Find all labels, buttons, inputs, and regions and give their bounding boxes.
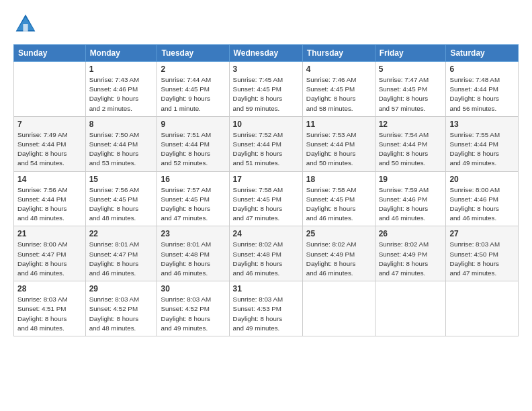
day-number: 22: [89, 229, 154, 238]
calendar-cell: 23Sunrise: 8:01 AM Sunset: 4:48 PM Dayli…: [157, 226, 229, 281]
day-info: Sunrise: 7:43 AM Sunset: 4:46 PM Dayligh…: [89, 75, 154, 113]
day-info: Sunrise: 7:48 AM Sunset: 4:44 PM Dayligh…: [449, 75, 515, 113]
calendar-cell: 13Sunrise: 7:55 AM Sunset: 4:44 PM Dayli…: [446, 116, 519, 171]
calendar-cell: 11Sunrise: 7:53 AM Sunset: 4:44 PM Dayli…: [302, 116, 375, 171]
logo-icon: [13, 12, 38, 36]
calendar-week-row-3: 14Sunrise: 7:56 AM Sunset: 4:44 PM Dayli…: [14, 171, 519, 226]
day-info: Sunrise: 7:57 AM Sunset: 4:45 PM Dayligh…: [161, 185, 225, 224]
calendar-cell: 30Sunrise: 8:03 AM Sunset: 4:52 PM Dayli…: [157, 281, 229, 336]
day-number: 11: [306, 120, 371, 129]
calendar-cell: 14Sunrise: 7:56 AM Sunset: 4:44 PM Dayli…: [14, 171, 86, 226]
day-number: 4: [306, 64, 371, 74]
calendar-cell: 21Sunrise: 8:00 AM Sunset: 4:47 PM Dayli…: [14, 226, 86, 281]
day-info: Sunrise: 8:02 AM Sunset: 4:49 PM Dayligh…: [379, 240, 443, 278]
day-number: 17: [233, 175, 299, 184]
day-info: Sunrise: 8:02 AM Sunset: 4:48 PM Dayligh…: [233, 240, 299, 278]
calendar-header-saturday: Saturday: [446, 45, 519, 62]
calendar-cell: 24Sunrise: 8:02 AM Sunset: 4:48 PM Dayli…: [229, 226, 302, 281]
day-info: Sunrise: 7:50 AM Sunset: 4:44 PM Dayligh…: [89, 130, 154, 169]
calendar-week-row-1: 1Sunrise: 7:43 AM Sunset: 4:46 PM Daylig…: [14, 62, 519, 117]
calendar-cell: 27Sunrise: 8:03 AM Sunset: 4:50 PM Dayli…: [446, 226, 519, 281]
day-info: Sunrise: 8:03 AM Sunset: 4:52 PM Dayligh…: [161, 295, 225, 333]
day-info: Sunrise: 8:00 AM Sunset: 4:47 PM Dayligh…: [17, 240, 82, 278]
day-number: 12: [379, 120, 443, 129]
calendar-cell: 19Sunrise: 7:59 AM Sunset: 4:46 PM Dayli…: [375, 171, 446, 226]
day-number: 10: [233, 120, 299, 129]
day-info: Sunrise: 7:56 AM Sunset: 4:44 PM Dayligh…: [17, 185, 82, 224]
day-number: 1: [89, 64, 154, 74]
calendar-cell: 26Sunrise: 8:02 AM Sunset: 4:49 PM Dayli…: [375, 226, 446, 281]
day-info: Sunrise: 7:52 AM Sunset: 4:44 PM Dayligh…: [233, 130, 299, 169]
calendar-cell: 9Sunrise: 7:51 AM Sunset: 4:44 PM Daylig…: [157, 116, 229, 171]
calendar-cell: 18Sunrise: 7:58 AM Sunset: 4:45 PM Dayli…: [302, 171, 375, 226]
day-info: Sunrise: 7:47 AM Sunset: 4:45 PM Dayligh…: [379, 75, 443, 113]
day-info: Sunrise: 7:53 AM Sunset: 4:44 PM Dayligh…: [306, 130, 371, 169]
day-number: 25: [306, 229, 371, 238]
calendar-week-row-2: 7Sunrise: 7:49 AM Sunset: 4:44 PM Daylig…: [14, 116, 519, 171]
day-number: 31: [233, 284, 299, 293]
day-number: 29: [89, 284, 154, 293]
day-number: 8: [89, 120, 154, 129]
day-number: 24: [233, 229, 299, 238]
calendar-header-sunday: Sunday: [14, 45, 86, 62]
day-number: 16: [161, 175, 225, 184]
day-info: Sunrise: 7:54 AM Sunset: 4:44 PM Dayligh…: [379, 130, 443, 169]
svg-rect-2: [23, 24, 28, 32]
calendar-cell: 2Sunrise: 7:44 AM Sunset: 4:45 PM Daylig…: [157, 62, 229, 117]
day-info: Sunrise: 7:58 AM Sunset: 4:45 PM Dayligh…: [233, 185, 299, 224]
day-info: Sunrise: 8:03 AM Sunset: 4:53 PM Dayligh…: [233, 295, 299, 333]
calendar-header-thursday: Thursday: [302, 45, 375, 62]
calendar-cell: 5Sunrise: 7:47 AM Sunset: 4:45 PM Daylig…: [375, 62, 446, 117]
day-info: Sunrise: 7:45 AM Sunset: 4:45 PM Dayligh…: [233, 75, 299, 113]
calendar-cell: 22Sunrise: 8:01 AM Sunset: 4:47 PM Dayli…: [85, 226, 157, 281]
day-info: Sunrise: 8:03 AM Sunset: 4:50 PM Dayligh…: [449, 240, 515, 278]
logo: [13, 12, 39, 36]
day-number: 30: [161, 284, 225, 293]
day-number: 13: [449, 120, 515, 129]
day-number: 21: [17, 229, 82, 238]
page: SundayMondayTuesdayWednesdayThursdayFrid…: [0, 0, 532, 411]
calendar-cell: 20Sunrise: 8:00 AM Sunset: 4:46 PM Dayli…: [446, 171, 519, 226]
calendar-cell: 12Sunrise: 7:54 AM Sunset: 4:44 PM Dayli…: [375, 116, 446, 171]
calendar-header-tuesday: Tuesday: [157, 45, 229, 62]
day-info: Sunrise: 8:03 AM Sunset: 4:51 PM Dayligh…: [17, 295, 82, 333]
calendar-cell: [375, 281, 446, 336]
calendar-cell: 31Sunrise: 8:03 AM Sunset: 4:53 PM Dayli…: [229, 281, 302, 336]
day-number: 18: [306, 175, 371, 184]
calendar-cell: [14, 62, 86, 117]
day-info: Sunrise: 8:03 AM Sunset: 4:52 PM Dayligh…: [89, 295, 154, 333]
calendar-week-row-5: 28Sunrise: 8:03 AM Sunset: 4:51 PM Dayli…: [14, 281, 519, 336]
calendar-cell: [446, 281, 519, 336]
day-info: Sunrise: 7:58 AM Sunset: 4:45 PM Dayligh…: [306, 185, 371, 224]
calendar-cell: 15Sunrise: 7:56 AM Sunset: 4:45 PM Dayli…: [85, 171, 157, 226]
calendar-header-friday: Friday: [375, 45, 446, 62]
calendar-cell: 7Sunrise: 7:49 AM Sunset: 4:44 PM Daylig…: [14, 116, 86, 171]
calendar-header-row: SundayMondayTuesdayWednesdayThursdayFrid…: [14, 45, 519, 62]
calendar-table: SundayMondayTuesdayWednesdayThursdayFrid…: [13, 44, 519, 336]
day-number: 2: [161, 64, 225, 74]
day-number: 28: [17, 284, 82, 293]
calendar-cell: 8Sunrise: 7:50 AM Sunset: 4:44 PM Daylig…: [85, 116, 157, 171]
day-info: Sunrise: 7:59 AM Sunset: 4:46 PM Dayligh…: [379, 185, 443, 224]
calendar-cell: 29Sunrise: 8:03 AM Sunset: 4:52 PM Dayli…: [85, 281, 157, 336]
day-number: 23: [161, 229, 225, 238]
day-number: 14: [17, 175, 82, 184]
day-info: Sunrise: 7:44 AM Sunset: 4:45 PM Dayligh…: [161, 75, 225, 113]
day-info: Sunrise: 8:01 AM Sunset: 4:47 PM Dayligh…: [89, 240, 154, 278]
day-number: 3: [233, 64, 299, 74]
calendar-cell: 28Sunrise: 8:03 AM Sunset: 4:51 PM Dayli…: [14, 281, 86, 336]
header: [13, 12, 519, 36]
day-info: Sunrise: 8:00 AM Sunset: 4:46 PM Dayligh…: [449, 185, 515, 224]
calendar-cell: 6Sunrise: 7:48 AM Sunset: 4:44 PM Daylig…: [446, 62, 519, 117]
day-number: 15: [89, 175, 154, 184]
calendar-header-wednesday: Wednesday: [229, 45, 302, 62]
day-info: Sunrise: 7:55 AM Sunset: 4:44 PM Dayligh…: [449, 130, 515, 169]
calendar-cell: 3Sunrise: 7:45 AM Sunset: 4:45 PM Daylig…: [229, 62, 302, 117]
day-info: Sunrise: 7:56 AM Sunset: 4:45 PM Dayligh…: [89, 185, 154, 224]
calendar-cell: 1Sunrise: 7:43 AM Sunset: 4:46 PM Daylig…: [85, 62, 157, 117]
day-number: 26: [379, 229, 443, 238]
day-number: 7: [17, 120, 82, 129]
calendar-cell: [302, 281, 375, 336]
calendar-cell: 17Sunrise: 7:58 AM Sunset: 4:45 PM Dayli…: [229, 171, 302, 226]
calendar-week-row-4: 21Sunrise: 8:00 AM Sunset: 4:47 PM Dayli…: [14, 226, 519, 281]
